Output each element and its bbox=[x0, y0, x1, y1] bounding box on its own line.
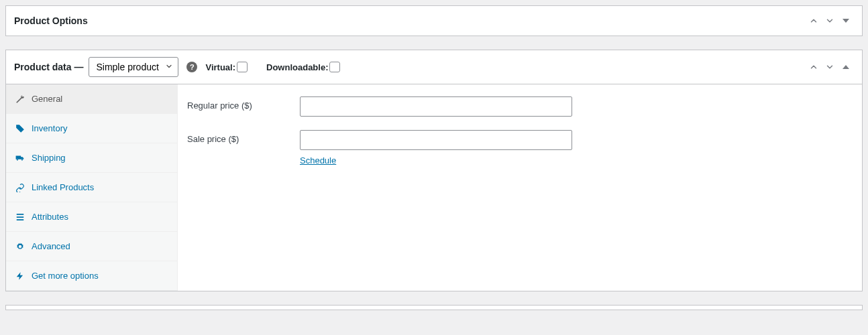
tab-get-more-options[interactable]: Get more options bbox=[6, 261, 177, 291]
product-data-header: Product data — Simple product ? Virtual:… bbox=[6, 50, 862, 84]
tab-label: Shipping bbox=[32, 153, 66, 163]
tab-label: Advanced bbox=[32, 241, 70, 251]
next-panel-top bbox=[5, 305, 863, 310]
tab-attributes[interactable]: Attributes bbox=[6, 202, 177, 232]
sale-price-row: Sale price ($) Schedule bbox=[187, 130, 853, 165]
schedule-link[interactable]: Schedule bbox=[300, 155, 336, 165]
tab-label: Inventory bbox=[32, 123, 67, 133]
downloadable-checkbox[interactable] bbox=[329, 62, 340, 72]
tab-inventory[interactable]: Inventory bbox=[6, 114, 177, 143]
product-data-title: Product data — bbox=[14, 62, 83, 72]
triangle-up-icon bbox=[843, 65, 849, 69]
gear-icon bbox=[15, 242, 25, 251]
product-options-title: Product Options bbox=[14, 15, 88, 26]
tab-linked-products[interactable]: Linked Products bbox=[6, 173, 177, 202]
tab-label: Linked Products bbox=[32, 182, 94, 192]
help-icon[interactable]: ? bbox=[186, 62, 197, 72]
product-data-body: General Inventory Shipping Linked Produc… bbox=[6, 84, 862, 291]
collapse-toggle[interactable] bbox=[838, 13, 854, 29]
list-icon bbox=[15, 212, 25, 222]
tab-label: Get more options bbox=[32, 271, 99, 281]
tab-advanced[interactable]: Advanced bbox=[6, 232, 177, 261]
tag-icon bbox=[15, 124, 25, 133]
virtual-checkbox[interactable] bbox=[237, 62, 248, 72]
move-down-button[interactable] bbox=[822, 59, 838, 75]
link-icon bbox=[15, 183, 25, 192]
regular-price-label: Regular price ($) bbox=[187, 96, 300, 111]
chevron-down-icon bbox=[825, 62, 834, 72]
lightning-icon bbox=[15, 271, 25, 281]
product-data-tabs: General Inventory Shipping Linked Produc… bbox=[6, 84, 178, 291]
virtual-label: Virtual: bbox=[205, 62, 235, 72]
move-up-button[interactable] bbox=[806, 13, 822, 29]
move-down-button[interactable] bbox=[822, 13, 838, 29]
move-up-button[interactable] bbox=[806, 59, 822, 75]
sale-price-label: Sale price ($) bbox=[187, 130, 300, 144]
triangle-down-icon bbox=[843, 19, 849, 23]
tab-label: General bbox=[32, 94, 62, 104]
regular-price-row: Regular price ($) bbox=[187, 96, 853, 117]
tab-general[interactable]: General bbox=[6, 84, 177, 114]
tab-shipping[interactable]: Shipping bbox=[6, 143, 177, 173]
wrench-icon bbox=[15, 94, 25, 104]
downloadable-label: Downloadable: bbox=[266, 62, 328, 72]
chevron-down-icon bbox=[825, 16, 834, 25]
chevron-up-icon bbox=[809, 16, 818, 25]
sale-price-input[interactable] bbox=[300, 130, 572, 150]
product-data-panel: Product data — Simple product ? Virtual:… bbox=[5, 50, 863, 291]
collapse-toggle[interactable] bbox=[838, 59, 854, 75]
product-options-header: Product Options bbox=[6, 6, 862, 36]
general-tab-content: Regular price ($) Sale price ($) Schedul… bbox=[178, 84, 862, 291]
truck-icon bbox=[15, 153, 25, 163]
product-options-panel: Product Options bbox=[5, 5, 863, 36]
product-type-select[interactable]: Simple product bbox=[89, 57, 178, 77]
chevron-up-icon bbox=[809, 62, 818, 72]
regular-price-input[interactable] bbox=[300, 96, 572, 117]
tab-label: Attributes bbox=[32, 212, 68, 222]
